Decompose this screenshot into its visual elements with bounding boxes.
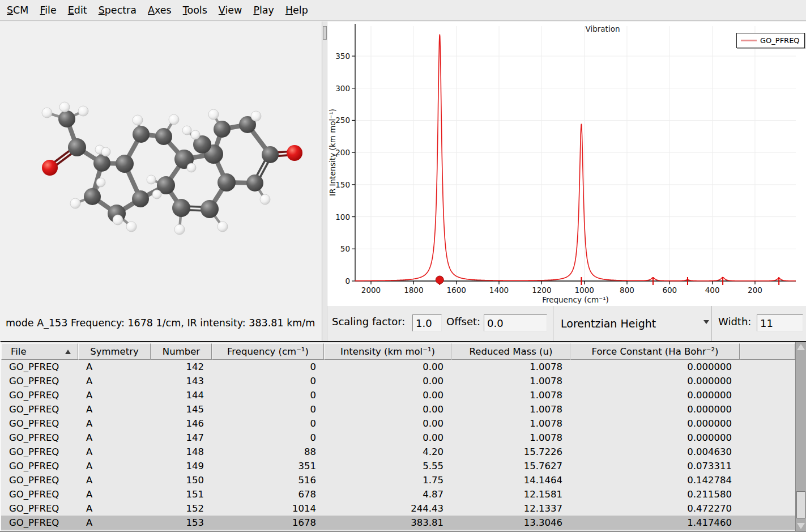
cell[interactable]: 4.20 — [324, 446, 451, 457]
cell[interactable]: 4.87 — [324, 489, 451, 500]
table-row-mode-144[interactable]: GO_PFREQA14400.001.00780.000000 — [1, 388, 806, 402]
table-row-mode-145[interactable]: GO_PFREQA14500.001.00780.000000 — [1, 402, 806, 416]
cell[interactable]: 0.211580 — [570, 489, 740, 500]
cell[interactable]: 0 — [212, 361, 324, 372]
menu-item-scm[interactable]: SCM — [3, 5, 32, 16]
menu-item-tools[interactable]: Tools — [179, 5, 211, 16]
cell[interactable]: A — [78, 517, 151, 528]
cell[interactable]: 144 — [151, 390, 212, 401]
cell[interactable]: 15.7627 — [451, 461, 570, 471]
scaling-factor-input[interactable] — [412, 314, 442, 331]
cell[interactable]: 145 — [151, 404, 212, 415]
scroll-up-button[interactable] — [796, 343, 805, 352]
cell[interactable]: GO_PFREQ — [1, 446, 78, 457]
cell[interactable]: GO_PFREQ — [1, 475, 78, 486]
menu-item-file[interactable]: File — [36, 5, 60, 16]
cell[interactable]: 0.000000 — [570, 404, 740, 415]
table-row-mode-142[interactable]: GO_PFREQA14200.001.00780.000000 — [1, 360, 806, 374]
cell[interactable]: 151 — [151, 489, 212, 500]
cell[interactable]: A — [78, 461, 151, 471]
cell[interactable]: 244.43 — [324, 503, 451, 514]
table-row-mode-143[interactable]: GO_PFREQA14300.001.00780.000000 — [1, 374, 806, 388]
table-header-frequency[interactable]: Frequency (cm⁻¹) — [212, 343, 324, 360]
cell[interactable]: A — [78, 489, 151, 500]
cell[interactable]: GO_PFREQ — [1, 376, 78, 386]
cell[interactable]: 1.75 — [324, 475, 451, 486]
cell[interactable]: 0 — [212, 376, 324, 386]
cell[interactable]: 0 — [212, 390, 324, 401]
combobox-dropdown-icon[interactable] — [703, 320, 709, 324]
table-header-force[interactable]: Force Constant (Ha Bohr⁻²) — [570, 343, 740, 360]
cell[interactable]: 0.472270 — [570, 503, 740, 514]
cell[interactable]: GO_PFREQ — [1, 503, 78, 514]
cell[interactable]: 0.00 — [324, 404, 451, 415]
cell[interactable]: 1.0078 — [451, 361, 570, 372]
scroll-down-button[interactable] — [796, 521, 805, 530]
table-row-mode-150[interactable]: GO_PFREQA1505161.7514.14640.142784 — [1, 473, 806, 487]
cell[interactable]: GO_PFREQ — [1, 517, 78, 528]
molecule-viewer[interactable] — [0, 22, 322, 313]
cell[interactable]: A — [78, 418, 151, 429]
cell[interactable]: 0 — [212, 418, 324, 429]
cell[interactable]: 0.000000 — [570, 376, 740, 386]
cell[interactable]: 0.00 — [324, 418, 451, 429]
width-input[interactable] — [757, 314, 803, 331]
cell[interactable]: 0.142784 — [570, 475, 740, 486]
cell[interactable]: 0.004630 — [570, 446, 740, 457]
cell[interactable]: 1678 — [212, 517, 324, 528]
cell[interactable]: 0 — [212, 432, 324, 443]
table-row-mode-152[interactable]: GO_PFREQA1521014244.4312.13370.472270 — [1, 501, 806, 516]
panel-scrollbar-thumb[interactable] — [323, 26, 327, 40]
cell[interactable]: 149 — [151, 461, 212, 471]
table-header-symmetry[interactable]: Symmetry — [78, 343, 151, 360]
cell[interactable]: 0.000000 — [570, 361, 740, 372]
cell[interactable]: GO_PFREQ — [1, 361, 78, 372]
cell[interactable]: 1014 — [212, 503, 324, 514]
cell[interactable]: 1.0078 — [451, 390, 570, 401]
cell[interactable]: 5.55 — [324, 461, 451, 471]
cell[interactable]: 12.1337 — [451, 503, 570, 514]
table-row-mode-149[interactable]: GO_PFREQA1493515.5515.76270.073311 — [1, 459, 806, 473]
cell[interactable]: 142 — [151, 361, 212, 372]
cell[interactable]: 678 — [212, 489, 324, 500]
cell[interactable]: A — [78, 503, 151, 514]
cell[interactable]: 12.1581 — [451, 489, 570, 500]
menu-item-edit[interactable]: Edit — [64, 5, 91, 16]
cell[interactable]: 14.1464 — [451, 475, 570, 486]
cell[interactable]: 1.0078 — [451, 418, 570, 429]
cell[interactable]: 146 — [151, 418, 212, 429]
cell[interactable]: GO_PFREQ — [1, 418, 78, 429]
cell[interactable]: 0 — [212, 404, 324, 415]
cell[interactable]: GO_PFREQ — [1, 461, 78, 471]
cell[interactable]: A — [78, 432, 151, 443]
table-row-mode-147[interactable]: GO_PFREQA14700.001.00780.000000 — [1, 431, 806, 445]
cell[interactable]: 516 — [212, 475, 324, 486]
table-header-intensity[interactable]: Intensity (km mol⁻¹) — [324, 343, 451, 360]
cell[interactable]: A — [78, 390, 151, 401]
table-header-file[interactable]: File — [1, 343, 78, 360]
cell[interactable]: 152 — [151, 503, 212, 514]
cell[interactable]: A — [78, 404, 151, 415]
cell[interactable]: 0.000000 — [570, 418, 740, 429]
cell[interactable]: 13.3046 — [451, 517, 570, 528]
cell[interactable]: 150 — [151, 475, 212, 486]
cell[interactable]: 383.81 — [324, 517, 451, 528]
table-row-mode-146[interactable]: GO_PFREQA14600.001.00780.000000 — [1, 416, 806, 431]
table-scrollbar[interactable] — [795, 342, 806, 531]
table-scrollbar-thumb[interactable] — [796, 491, 805, 518]
cell[interactable]: 0.073311 — [570, 461, 740, 471]
menu-item-help[interactable]: Help — [282, 5, 312, 16]
table-row-mode-148[interactable]: GO_PFREQA148884.2015.72260.004630 — [1, 445, 806, 459]
table-row-mode-153[interactable]: GO_PFREQA1531678383.8113.30461.417460 — [1, 516, 806, 530]
cell[interactable]: 0.00 — [324, 390, 451, 401]
cell[interactable]: A — [78, 376, 151, 386]
menu-item-spectra[interactable]: Spectra — [95, 5, 140, 16]
selected-mode-marker[interactable] — [436, 276, 443, 284]
cell[interactable]: 88 — [212, 446, 324, 457]
cell[interactable]: GO_PFREQ — [1, 432, 78, 443]
offset-input[interactable] — [484, 314, 547, 331]
cell[interactable]: 15.7226 — [451, 446, 570, 457]
cell[interactable]: 1.0078 — [451, 376, 570, 386]
cell[interactable]: 0.000000 — [570, 390, 740, 401]
cell[interactable]: GO_PFREQ — [1, 489, 78, 500]
